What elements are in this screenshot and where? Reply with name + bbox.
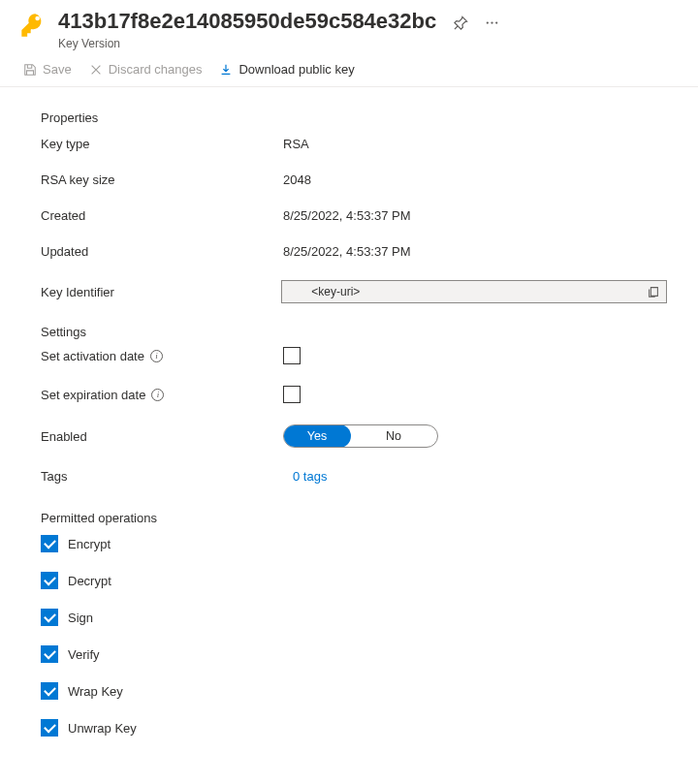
tags-label: Tags xyxy=(41,469,283,484)
settings-heading: Settings xyxy=(41,325,667,339)
page-header: 413b17f8e2e14085950de59c584e32bc Key Ver… xyxy=(0,0,698,54)
verify-checkbox[interactable] xyxy=(41,645,58,663)
row-key-id: Key Identifier <key-uri> xyxy=(41,280,667,303)
page-title: 413b17f8e2e14085950de59c584e32bc xyxy=(58,9,436,34)
svg-point-2 xyxy=(495,21,497,23)
activation-checkbox[interactable] xyxy=(283,347,301,364)
more-icon[interactable] xyxy=(479,10,504,35)
perm-sign: Sign xyxy=(41,609,667,626)
tags-link[interactable]: 0 tags xyxy=(283,469,327,484)
svg-point-0 xyxy=(486,21,488,23)
perm-wrap: Wrap Key xyxy=(41,682,667,700)
download-button[interactable]: Download public key xyxy=(219,62,354,77)
save-label: Save xyxy=(43,62,72,77)
verify-label: Verify xyxy=(68,647,100,662)
perm-encrypt: Encrypt xyxy=(41,535,667,552)
perm-decrypt: Decrypt xyxy=(41,572,667,589)
pin-icon[interactable] xyxy=(448,10,473,35)
decrypt-checkbox[interactable] xyxy=(41,572,58,589)
key-id-value: <key-uri> xyxy=(311,285,360,298)
encrypt-checkbox[interactable] xyxy=(41,535,58,552)
content: Properties Key type RSA RSA key size 204… xyxy=(0,87,698,764)
expiration-label: Set expiration date i xyxy=(41,388,283,402)
wrap-checkbox[interactable] xyxy=(41,682,58,700)
rsa-size-label: RSA key size xyxy=(41,172,283,187)
page-subtitle: Key Version xyxy=(58,37,679,50)
save-button[interactable]: Save xyxy=(23,62,72,77)
key-icon xyxy=(19,12,47,39)
properties-heading: Properties xyxy=(41,110,667,125)
encrypt-label: Encrypt xyxy=(68,537,111,551)
title-block: 413b17f8e2e14085950de59c584e32bc Key Ver… xyxy=(58,8,679,50)
updated-value: 8/25/2022, 4:53:37 PM xyxy=(283,244,411,259)
row-key-type: Key type RSA xyxy=(41,137,667,151)
enabled-no[interactable]: No xyxy=(350,425,437,447)
enabled-yes[interactable]: Yes xyxy=(283,424,351,448)
row-rsa-size: RSA key size 2048 xyxy=(41,172,667,187)
toolbar: Save Discard changes Download public key xyxy=(0,54,698,87)
expiration-checkbox[interactable] xyxy=(283,386,301,403)
created-label: Created xyxy=(41,208,283,223)
key-id-label: Key Identifier xyxy=(41,285,281,299)
permitted-heading: Permitted operations xyxy=(41,511,667,525)
row-enabled: Enabled Yes No xyxy=(41,424,667,448)
enabled-label: Enabled xyxy=(41,429,283,444)
row-expiration: Set expiration date i xyxy=(41,386,667,403)
activation-label: Set activation date i xyxy=(41,349,283,363)
unwrap-label: Unwrap Key xyxy=(68,721,137,736)
discard-button[interactable]: Discard changes xyxy=(89,62,203,77)
enabled-toggle[interactable]: Yes No xyxy=(283,424,438,448)
row-tags: Tags 0 tags xyxy=(41,469,667,484)
discard-label: Discard changes xyxy=(109,62,203,77)
info-icon[interactable]: i xyxy=(151,389,164,401)
key-type-value: RSA xyxy=(283,137,309,151)
row-activation: Set activation date i xyxy=(41,347,667,364)
perm-verify: Verify xyxy=(41,645,667,663)
row-updated: Updated 8/25/2022, 4:53:37 PM xyxy=(41,244,667,259)
wrap-label: Wrap Key xyxy=(68,684,123,699)
rsa-size-value: 2048 xyxy=(283,172,311,187)
permitted-list: Encrypt Decrypt Sign Verify Wrap Key Unw… xyxy=(41,535,667,737)
perm-unwrap: Unwrap Key xyxy=(41,719,667,737)
key-id-field[interactable]: <key-uri> xyxy=(281,280,667,303)
unwrap-checkbox[interactable] xyxy=(41,719,58,737)
copy-icon[interactable] xyxy=(647,285,660,298)
svg-point-1 xyxy=(491,21,492,23)
download-label: Download public key xyxy=(238,62,354,77)
info-icon[interactable]: i xyxy=(150,350,163,362)
sign-label: Sign xyxy=(68,611,93,625)
created-value: 8/25/2022, 4:53:37 PM xyxy=(283,208,411,223)
sign-checkbox[interactable] xyxy=(41,609,58,626)
decrypt-label: Decrypt xyxy=(68,574,111,588)
key-type-label: Key type xyxy=(41,137,283,151)
row-created: Created 8/25/2022, 4:53:37 PM xyxy=(41,208,667,223)
updated-label: Updated xyxy=(41,244,283,259)
